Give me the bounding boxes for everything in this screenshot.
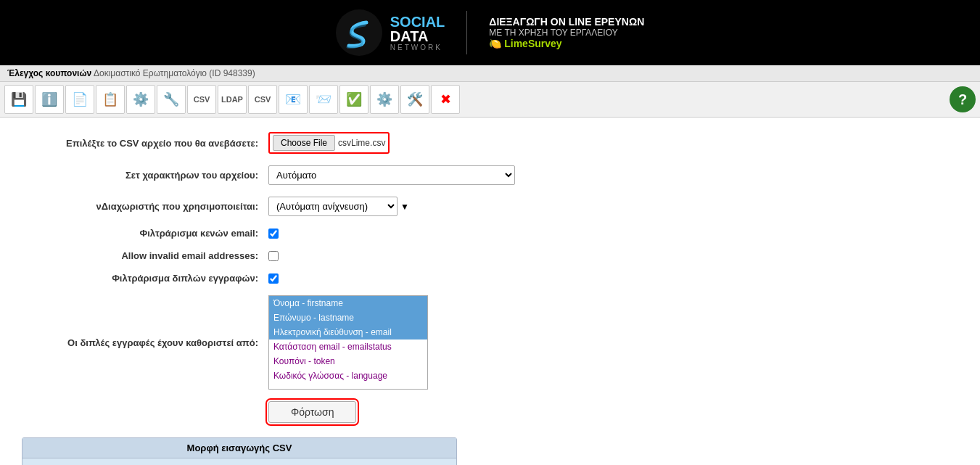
submit-button[interactable]: Φόρτωση xyxy=(268,401,356,423)
filter-duplicates-checkbox[interactable] xyxy=(268,273,279,284)
info-btn[interactable]: ℹ️ xyxy=(35,85,64,114)
delete-btn[interactable]: ✖ xyxy=(431,85,460,114)
separator-wrapper: (Αυτόματη ανίχνευση) Κόμμα (,) Ελληνικό … xyxy=(268,197,409,216)
duplicates-defined-control: Όνομα - firstname Επώνυμο - lastname Ηλε… xyxy=(268,295,428,390)
breadcrumb-rest: Δοκιμαστικό Ερωτηματολόγιο (ID 948339) xyxy=(91,68,255,78)
help-button[interactable]: ? xyxy=(950,86,976,112)
file-label: Επιλέξτε το CSV αρχείο που θα ανεβάσετε: xyxy=(22,138,268,149)
tagline-line1: ΔΙΕΞΑΓΩΓΗ ON LINE ΕΡΕΥΝΩΝ xyxy=(489,16,644,28)
listbox-item-firstname[interactable]: Όνομα - firstname xyxy=(269,296,427,310)
filter-empty-label: Φιλτράρισμα κενών email: xyxy=(22,228,268,239)
listbox-item-emailstatus[interactable]: Κατάσταση email - emailstatus xyxy=(269,340,427,354)
csv-export-btn[interactable]: CSV xyxy=(187,85,216,114)
tagline-line3: 🍋 LimeSurvey xyxy=(489,38,561,49)
filter-duplicates-label: Φιλτράρισμα διπλών εγγραφών: xyxy=(22,273,268,284)
separator-row: νΔιαχωριστής που χρησιμοποιείται: (Αυτόμ… xyxy=(22,197,675,216)
logo-text-block: SOCIAL DATA NETWORK xyxy=(390,15,445,52)
filter-duplicates-row: Φιλτράρισμα διπλών εγγραφών: xyxy=(22,273,675,284)
separator-label: νΔιαχωριστής που χρησιμοποιείται: xyxy=(22,201,268,212)
info-box: Μορφή εισαγωγής CSV Το αρχείο πρέπει να … xyxy=(22,437,457,465)
submit-row: Φόρτωση xyxy=(22,401,675,423)
allow-invalid-checkbox[interactable] xyxy=(268,251,279,261)
filter-empty-checkbox[interactable] xyxy=(268,229,279,239)
listbox-item-email[interactable]: Ηλεκτρονική διεύθυνση - email xyxy=(269,325,427,340)
main-content: Επιλέξτε το CSV αρχείο που θα ανεβάσετε:… xyxy=(0,118,696,465)
edit-tool-btn[interactable]: 🛠️ xyxy=(400,85,429,114)
header-divider xyxy=(466,11,467,54)
toolbar: 💾 ℹ️ 📄 📋 ⚙️ 🔧 CSV LDAP CSV 📧 📨 ✅ ⚙️ 🛠️ ✖… xyxy=(0,82,980,118)
file-name-display: csvLime.csv xyxy=(338,138,385,148)
listbox-item-language[interactable]: Κωδικός γλώσσας - language xyxy=(269,369,427,383)
logo-icon xyxy=(336,9,383,57)
svg-point-0 xyxy=(336,9,382,56)
charset-row: Σετ χαρακτήρων του αρχείου: Αυτόματο UTF… xyxy=(22,165,675,185)
charset-select[interactable]: Αυτόματο UTF-8 ISO-8859-1 xyxy=(268,165,515,185)
logo-social: SOCIAL xyxy=(390,14,445,30)
logo-container: SOCIAL DATA NETWORK ΔΙΕΞΑΓΩΓΗ ON LINE ΕΡ… xyxy=(336,9,645,57)
logo-network: NETWORK xyxy=(390,44,442,52)
import-csv-btn[interactable]: CSV xyxy=(248,85,277,114)
allow-invalid-row: Allow invalid email addresses: xyxy=(22,250,675,261)
listbox-item-token[interactable]: Κουπόνι - token xyxy=(269,354,427,369)
separator-arrow-icon: ▼ xyxy=(400,202,409,212)
filter-duplicates-control xyxy=(268,273,279,284)
settings-btn[interactable]: ⚙️ xyxy=(126,85,155,114)
new-doc-btn[interactable]: 📄 xyxy=(65,85,94,114)
allow-invalid-label: Allow invalid email addresses: xyxy=(22,250,268,261)
separator-select[interactable]: (Αυτόματη ανίχνευση) Κόμμα (,) Ελληνικό … xyxy=(268,197,398,216)
info-box-body: Το αρχείο πρέπει να είναι μορφής CSV (με… xyxy=(22,458,456,465)
separator-control-area: (Αυτόματη ανίχνευση) Κόμμα (,) Ελληνικό … xyxy=(268,197,409,216)
gear-btn[interactable]: ⚙️ xyxy=(370,85,399,114)
duplicates-defined-label: Οι διπλές εγγραφές έχουν καθοριστεί από: xyxy=(22,337,268,348)
allow-invalid-control xyxy=(268,251,279,261)
listbox-item-lastname[interactable]: Επώνυμο - lastname xyxy=(269,310,427,325)
ldap-btn[interactable]: LDAP xyxy=(218,85,247,114)
email1-btn[interactable]: 📧 xyxy=(279,85,308,114)
add-doc-btn[interactable]: 📋 xyxy=(96,85,125,114)
duplicates-listbox[interactable]: Όνομα - firstname Επώνυμο - lastname Ηλε… xyxy=(268,295,428,390)
file-control-area: Choose File csvLime.csv xyxy=(268,132,390,154)
charset-control-area: Αυτόματο UTF-8 ISO-8859-1 xyxy=(268,165,515,185)
file-input-wrapper: Choose File csvLime.csv xyxy=(268,132,390,154)
breadcrumb: Έλεγχος κουπονιών Δοκιμαστικό Ερωτηματολ… xyxy=(0,65,980,82)
filter-empty-control xyxy=(268,229,279,239)
file-upload-row: Επιλέξτε το CSV αρχείο που θα ανεβάσετε:… xyxy=(22,132,675,154)
duplicates-defined-row: Οι διπλές εγγραφές έχουν καθοριστεί από:… xyxy=(22,295,675,390)
email2-btn[interactable]: 📨 xyxy=(309,85,338,114)
logo-data: DATA xyxy=(390,28,429,44)
charset-label: Σετ χαρακτήρων του αρχείου: xyxy=(22,170,268,181)
tagline-line2: ΜΕ ΤΗ ΧΡΗΣΗ ΤΟΥ ΕΡΓΑΛΕΙΟΥ xyxy=(489,28,617,38)
save-btn[interactable]: 💾 xyxy=(4,85,33,114)
check-btn[interactable]: ✅ xyxy=(339,85,368,114)
info-box-title: Μορφή εισαγωγής CSV xyxy=(22,438,456,458)
page-header: SOCIAL DATA NETWORK ΔΙΕΞΑΓΩΓΗ ON LINE ΕΡ… xyxy=(0,0,980,65)
header-tagline: ΔΙΕΞΑΓΩΓΗ ON LINE ΕΡΕΥΝΩΝ ΜΕ ΤΗ ΧΡΗΣΗ ΤΟ… xyxy=(489,16,644,49)
breadcrumb-link[interactable]: Έλεγχος κουπονιών xyxy=(7,68,91,78)
tool-btn[interactable]: 🔧 xyxy=(157,85,186,114)
choose-file-button[interactable]: Choose File xyxy=(273,135,335,151)
submit-control: Φόρτωση xyxy=(268,401,356,423)
filter-empty-row: Φιλτράρισμα κενών email: xyxy=(22,228,675,239)
